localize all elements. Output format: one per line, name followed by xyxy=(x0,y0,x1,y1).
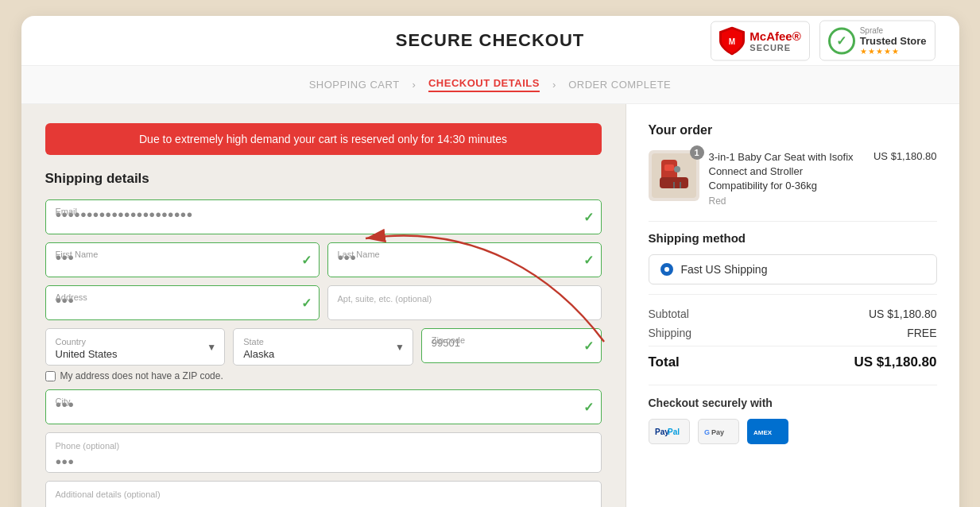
shipping-section-title: Shipping details xyxy=(45,171,602,187)
divider-1 xyxy=(649,221,937,222)
shipping-option-label: Fast US Shipping xyxy=(681,263,768,276)
address-check-icon: ✓ xyxy=(301,296,312,311)
last-name-col: Last Name ●●● ✓ xyxy=(327,242,602,277)
item-image-container: 1 xyxy=(649,150,699,201)
subtotal-value: US $1,180.80 xyxy=(869,308,937,320)
item-price: US $1,180.80 xyxy=(873,150,937,162)
paypal-icon: Pay Pal xyxy=(649,419,690,444)
main-content: Due to extremely high demand your cart i… xyxy=(21,104,959,507)
no-zip-checkbox[interactable] xyxy=(45,371,56,381)
trust-badges: M McAfee® SECURE ✓ Sprafe Trusted Store … xyxy=(711,21,935,61)
trusted-circle-icon: ✓ xyxy=(828,27,855,54)
city-wrapper: City ●●● ✓ xyxy=(45,389,602,424)
gpay-logo: G Pay xyxy=(703,424,734,439)
last-name-wrapper: Last Name ●●● ✓ xyxy=(327,242,602,277)
apt-col: Apt, suite, etc. (optional) xyxy=(327,285,602,320)
email-check-icon: ✓ xyxy=(583,210,594,225)
shipping-value: FREE xyxy=(907,327,936,339)
step-arrow-2: › xyxy=(552,79,556,91)
order-section-title: Your order xyxy=(649,123,937,137)
item-variant: Red xyxy=(709,195,864,207)
state-col: State Alaska ▼ xyxy=(233,328,413,366)
shipping-method-title: Shipping method xyxy=(649,231,937,245)
email-group: Email ●●●●●●●●●●●●●●●●●●●●●● ✓ xyxy=(45,199,602,234)
step-checkout-details[interactable]: CHECKOUT DETAILS xyxy=(428,77,540,92)
city-check-icon: ✓ xyxy=(583,400,594,415)
trusted-check-icon: ✓ xyxy=(836,33,846,48)
grand-total-row: Total US $1,180.80 xyxy=(649,346,937,370)
divider-2 xyxy=(649,294,937,295)
address-wrapper: Address ●●● ✓ xyxy=(45,285,320,320)
state-select[interactable]: State Alaska ▼ xyxy=(233,328,413,366)
svg-text:AMEX: AMEX xyxy=(753,429,773,436)
trusted-store-badge: ✓ Sprafe Trusted Store ★★★★★ xyxy=(819,21,935,61)
svg-text:G: G xyxy=(704,428,710,436)
total-label: Total xyxy=(649,354,680,370)
urgency-alert: Due to extremely high demand your cart i… xyxy=(45,123,602,155)
phone-field[interactable]: Phone (optional) ●●● xyxy=(45,432,602,473)
checkout-card: SECURE CHECKOUT M McAfee® SECURE ✓ xyxy=(21,16,959,507)
apt-field[interactable]: Apt, suite, etc. (optional) xyxy=(327,285,602,320)
shipping-option[interactable]: Fast US Shipping xyxy=(649,254,937,284)
page-header: SECURE CHECKOUT M McAfee® SECURE ✓ xyxy=(21,16,959,66)
additional-group: Additional details (optional) xyxy=(45,481,602,507)
radio-inner xyxy=(664,267,669,272)
first-name-col: First Name ●●● ✓ xyxy=(45,242,320,277)
country-select[interactable]: Country United States ▼ xyxy=(45,328,226,366)
country-chevron-icon: ▼ xyxy=(207,342,216,353)
city-group: City ●●● ✓ xyxy=(45,389,602,424)
country-col: Country United States ▼ xyxy=(45,328,226,366)
shipping-radio-icon xyxy=(660,263,673,276)
step-order-complete[interactable]: ORDER COMPLETE xyxy=(568,79,671,91)
state-chevron-icon: ▼ xyxy=(395,342,405,353)
city-field[interactable]: City ●●● xyxy=(45,389,602,424)
svg-text:Pal: Pal xyxy=(668,428,680,436)
first-name-wrapper: First Name ●●● ✓ xyxy=(45,242,320,277)
name-row: First Name ●●● ✓ Last Name ●●● ✓ xyxy=(45,242,602,277)
no-zip-label: My address does not have a ZIP code. xyxy=(60,370,223,381)
left-panel: Due to extremely high demand your cart i… xyxy=(21,104,626,507)
svg-text:Pay: Pay xyxy=(711,428,724,436)
address-field[interactable]: Address ●●● xyxy=(45,285,320,320)
page-title: SECURE CHECKOUT xyxy=(396,30,584,51)
totals-section: Subtotal US $1,180.80 Shipping FREE Tota… xyxy=(649,308,937,370)
mcafee-text: McAfee® SECURE xyxy=(750,29,800,52)
total-value: US $1,180.80 xyxy=(854,354,937,370)
svg-point-5 xyxy=(674,166,680,172)
mcafee-shield-icon: M xyxy=(719,26,745,55)
no-zip-row: My address does not have a ZIP code. xyxy=(45,370,602,381)
zip-field[interactable]: Zip code 99501 xyxy=(421,328,602,363)
country-state-row: Country United States ▼ State Alaska ▼ xyxy=(45,328,602,366)
item-name: 3-in-1 Baby Car Seat with Isofix Connect… xyxy=(709,150,864,194)
step-arrow-1: › xyxy=(413,79,416,91)
last-name-field[interactable]: Last Name ●●● xyxy=(327,242,602,277)
step-shopping-cart[interactable]: SHOPPING CART xyxy=(309,79,400,91)
subtotal-label: Subtotal xyxy=(649,308,689,320)
trusted-text: Sprafe Trusted Store ★★★★★ xyxy=(860,26,927,56)
additional-field[interactable]: Additional details (optional) xyxy=(45,481,602,507)
email-field[interactable]: Email ●●●●●●●●●●●●●●●●●●●●●● xyxy=(45,199,602,234)
payment-icons: Pay Pal G Pay AMEX xyxy=(649,419,937,444)
svg-rect-4 xyxy=(664,164,674,171)
breadcrumb: SHOPPING CART › CHECKOUT DETAILS › ORDER… xyxy=(21,66,959,104)
first-name-check-icon: ✓ xyxy=(301,253,312,268)
item-quantity-badge: 1 xyxy=(690,145,704,160)
amex-logo: AMEX xyxy=(752,424,784,439)
last-name-check-icon: ✓ xyxy=(583,253,594,268)
amex-icon: AMEX xyxy=(747,419,788,444)
phone-group: Phone (optional) ●●● xyxy=(45,432,602,473)
paypal-logo: Pay Pal xyxy=(653,424,685,439)
first-name-field[interactable]: First Name ●●● xyxy=(45,242,320,277)
right-panel: Your order xyxy=(626,104,959,507)
car-seat-icon xyxy=(652,153,696,198)
checkout-with-title: Checkout securely with xyxy=(649,397,937,409)
shipping-label: Shipping xyxy=(649,327,692,339)
address-col: Address ●●● ✓ xyxy=(45,285,320,320)
address-row: Address ●●● ✓ Apt, suite, etc. (optional… xyxy=(45,285,602,320)
mcafee-badge: M McAfee® SECURE xyxy=(711,21,809,60)
country-state-zip-group: Country United States ▼ State Alaska ▼ xyxy=(45,328,602,381)
email-wrapper: Email ●●●●●●●●●●●●●●●●●●●●●● ✓ xyxy=(45,199,602,234)
svg-text:M: M xyxy=(729,37,735,45)
subtotal-row: Subtotal US $1,180.80 xyxy=(649,308,937,320)
zip-area: Zip code 99501 ✓ xyxy=(421,328,602,366)
